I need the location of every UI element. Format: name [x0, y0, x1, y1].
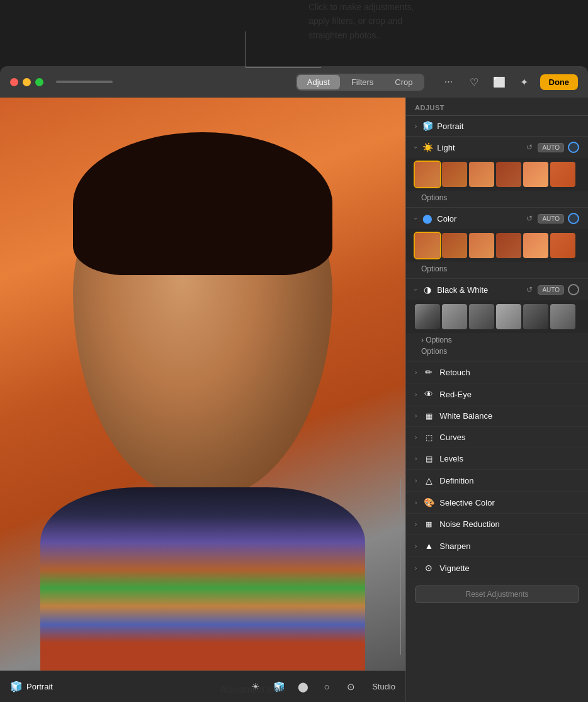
section-vignette[interactable]: › ⊙ Vignette: [406, 557, 588, 579]
toggle-bw[interactable]: [568, 284, 579, 295]
tab-crop[interactable]: Crop: [385, 75, 422, 89]
section-row-portrait[interactable]: › 🧊 Portrait: [406, 116, 588, 136]
portrait-cube-icon: 🧊: [10, 681, 23, 693]
sc-icon: 🎨: [423, 497, 434, 507]
reset-light-icon[interactable]: ↺: [526, 143, 533, 152]
chevron-color-icon: ›: [412, 217, 419, 219]
traffic-lights: [10, 78, 43, 86]
auto-light-badge[interactable]: AUTO: [538, 143, 564, 152]
light-section-icon: ☀️: [422, 142, 433, 152]
thumb-light-1[interactable]: [442, 162, 467, 187]
tab-filters[interactable]: Filters: [341, 75, 383, 89]
thumb-light-2[interactable]: [469, 162, 494, 187]
chevron-vignette-icon: ›: [415, 565, 417, 572]
curves-label: Curves: [439, 433, 579, 442]
section-retouch[interactable]: › ✏ Retouch: [406, 361, 588, 383]
section-portrait: › 🧊 Portrait: [406, 116, 588, 137]
auto-bw-badge[interactable]: AUTO: [538, 285, 564, 295]
thumb-bw-2[interactable]: [469, 304, 494, 329]
section-sharpen[interactable]: › ▲ Sharpen: [406, 535, 588, 557]
magic-wand-icon[interactable]: ✦: [515, 72, 534, 91]
thumb-color-4[interactable]: [523, 233, 548, 258]
more-options-icon[interactable]: ···: [439, 72, 458, 91]
light-thumbnails: [406, 158, 588, 191]
options-light[interactable]: Options: [406, 191, 588, 207]
thumb-color-1[interactable]: [442, 233, 467, 258]
toggle-color[interactable]: [568, 213, 579, 224]
tab-adjust[interactable]: Adjust: [297, 75, 340, 89]
thumb-bw-1[interactable]: [442, 304, 467, 329]
options-color[interactable]: Options: [406, 262, 588, 278]
section-color: › ⬤ Color ↺ AUTO Options: [406, 208, 588, 279]
photo-panel: 🧊 Portrait ☀ 🧊 ⬤ ○ ⊙ Studio: [0, 98, 405, 702]
section-bw: › ◑ Black & White ↺ AUTO › Options Optio: [406, 279, 588, 361]
bw-thumbnails: [406, 300, 588, 333]
share-icon[interactable]: ⬜: [490, 72, 509, 91]
thumb-bw-4[interactable]: [523, 304, 548, 329]
section-selective-color[interactable]: › 🎨 Selective Color: [406, 492, 588, 514]
adjust-header: ADJUST: [406, 98, 588, 116]
tooltip-area: Click to make adjustments, apply filters…: [0, 0, 588, 69]
minimize-button[interactable]: [23, 78, 31, 86]
chevron-wb-icon: ›: [415, 412, 417, 419]
adjust-panel: ADJUST › 🧊 Portrait › ☀️ Light ↺ AUTO: [405, 98, 588, 702]
chevron-portrait-icon: ›: [415, 123, 417, 130]
thumb-bw-0[interactable]: [415, 304, 440, 329]
sc-label: Selective Color: [439, 498, 579, 507]
reset-adjustments-button[interactable]: Reset Adjustments: [415, 586, 579, 603]
toggle-light[interactable]: [568, 142, 579, 153]
annotation-line-vertical: [246, 31, 246, 68]
thumb-color-5[interactable]: [550, 233, 575, 258]
heart-icon[interactable]: ♡: [465, 72, 483, 91]
thumb-bw-3[interactable]: [496, 304, 521, 329]
reset-color-icon[interactable]: ↺: [526, 214, 533, 223]
reset-adjustments-row: Reset Adjustments: [406, 579, 588, 609]
auto-color-badge[interactable]: AUTO: [538, 214, 564, 224]
section-row-light[interactable]: › ☀️ Light ↺ AUTO: [406, 137, 588, 158]
tab-group: Adjust Filters Crop: [296, 74, 424, 91]
portrait-badge: 🧊 Portrait: [10, 681, 53, 693]
photo-image: [0, 98, 405, 671]
vignette-icon: ⊙: [423, 563, 434, 573]
chevron-retouch-icon: ›: [415, 369, 417, 376]
thumb-light-3[interactable]: [496, 162, 521, 187]
bw-section-icon: ◑: [422, 285, 433, 295]
circle-icon[interactable]: ⬤: [294, 678, 312, 696]
section-red-eye[interactable]: › 👁 Red-Eye: [406, 383, 588, 405]
close-button[interactable]: [10, 78, 18, 86]
ring-icon[interactable]: ○: [318, 678, 336, 696]
redeye-icon: 👁: [423, 389, 434, 399]
thumb-light-5[interactable]: [550, 162, 575, 187]
main-content: 🧊 Portrait ☀ 🧊 ⬤ ○ ⊙ Studio ADJUST ›: [0, 98, 588, 702]
section-levels[interactable]: › ▤ Levels: [406, 448, 588, 470]
wb-label: White Balance: [439, 411, 579, 421]
section-white-balance[interactable]: › ▦ White Balance: [406, 405, 588, 427]
section-row-color[interactable]: › ⬤ Color ↺ AUTO: [406, 208, 588, 229]
ring2-icon[interactable]: ⊙: [342, 678, 359, 696]
thumb-color-2[interactable]: [469, 233, 494, 258]
chevron-definition-icon: ›: [415, 477, 417, 484]
studio-label: Studio: [372, 682, 395, 691]
annotation-line-tools-bottom: [400, 604, 401, 655]
thumb-light-0[interactable]: [415, 162, 440, 187]
done-button[interactable]: Done: [540, 74, 579, 90]
section-definition[interactable]: › △ Definition: [406, 470, 588, 492]
section-row-bw[interactable]: › ◑ Black & White ↺ AUTO: [406, 279, 588, 300]
section-curves[interactable]: › ⬚ Curves: [406, 427, 588, 448]
color-section-label: Color: [437, 214, 523, 224]
thumb-bw-5[interactable]: [550, 304, 575, 329]
thumb-color-3[interactable]: [496, 233, 521, 258]
portrait-label: Portrait: [26, 682, 53, 691]
thumb-light-4[interactable]: [523, 162, 548, 187]
section-light: › ☀️ Light ↺ AUTO Options: [406, 137, 588, 208]
maximize-button[interactable]: [35, 78, 43, 86]
levels-label: Levels: [439, 454, 579, 463]
thumb-color-0[interactable]: [415, 233, 440, 258]
brightness-slider[interactable]: [56, 81, 113, 83]
nr-label: Noise Reduction: [439, 519, 579, 529]
options-bw-bw[interactable]: Options: [406, 347, 588, 361]
reset-bw-icon[interactable]: ↺: [526, 285, 533, 294]
sharpen-label: Sharpen: [439, 541, 579, 551]
photo-bottom-toolbar: 🧊 Portrait ☀ 🧊 ⬤ ○ ⊙ Studio: [0, 671, 405, 702]
section-noise-reduction[interactable]: › ▦ Noise Reduction: [406, 514, 588, 535]
